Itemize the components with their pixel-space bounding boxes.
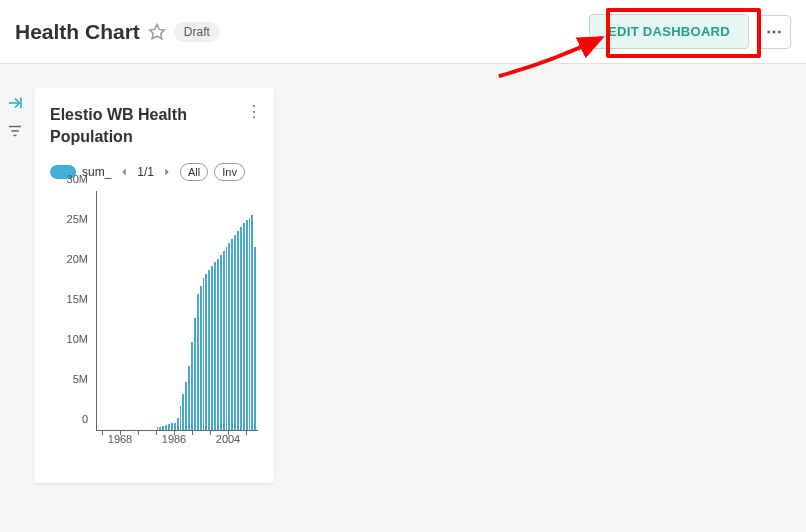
bar	[217, 259, 219, 430]
bar	[240, 227, 242, 430]
bar	[205, 274, 207, 429]
bar	[208, 270, 210, 429]
y-tick: 30M	[67, 173, 88, 185]
y-tick: 25M	[67, 213, 88, 225]
more-menu-button[interactable]: ⋯	[757, 15, 791, 49]
bar	[171, 423, 173, 429]
bar	[185, 382, 187, 430]
chart-card: Elestio WB Health Population ⋮ sum_ 1/1 …	[34, 88, 274, 483]
bar	[246, 220, 248, 430]
bar	[200, 286, 202, 429]
bar	[226, 247, 228, 430]
bar	[182, 394, 184, 430]
bar	[157, 427, 159, 429]
side-rail	[0, 64, 30, 532]
bar	[159, 427, 161, 430]
bar	[180, 406, 182, 430]
draft-badge: Draft	[174, 22, 220, 42]
chart-menu-icon[interactable]: ⋮	[246, 102, 262, 121]
bar	[188, 366, 190, 430]
bar	[231, 239, 233, 430]
bar	[168, 424, 170, 430]
bar	[177, 418, 179, 430]
bar	[234, 235, 236, 430]
page-indicator: 1/1	[137, 165, 154, 179]
y-tick: 0	[82, 413, 88, 425]
edit-dashboard-button[interactable]: EDIT DASHBOARD	[589, 14, 749, 49]
bar	[162, 426, 164, 430]
svg-marker-0	[149, 24, 164, 38]
bar	[254, 247, 256, 430]
bar	[214, 262, 216, 429]
all-pill[interactable]: All	[180, 163, 208, 181]
bars-group	[99, 191, 256, 430]
chart-plot: 05M10M15M20M25M30M 196819862004	[50, 191, 258, 451]
bar	[220, 255, 222, 430]
header: Health Chart Draft EDIT DASHBOARD ⋯	[0, 0, 806, 64]
star-icon[interactable]	[148, 23, 166, 41]
plot-area	[96, 191, 258, 431]
bar	[197, 294, 199, 429]
bar	[243, 223, 245, 430]
bar	[237, 231, 239, 430]
bar	[251, 215, 253, 429]
bar	[203, 278, 205, 429]
dashboard-canvas: Elestio WB Health Population ⋮ sum_ 1/1 …	[0, 64, 806, 532]
chart-title: Elestio WB Health Population	[50, 104, 258, 149]
inv-pill[interactable]: Inv	[214, 163, 245, 181]
bar	[191, 342, 193, 430]
y-tick: 5M	[73, 373, 88, 385]
bar	[223, 251, 225, 430]
bar	[194, 318, 196, 430]
page-title: Health Chart	[15, 20, 140, 44]
bar	[249, 218, 251, 430]
filter-icon[interactable]	[6, 122, 24, 140]
x-axis: 196819862004	[96, 431, 258, 451]
y-tick: 10M	[67, 333, 88, 345]
next-page-icon[interactable]	[160, 165, 174, 179]
y-tick: 15M	[67, 293, 88, 305]
y-axis: 05M10M15M20M25M30M	[50, 191, 92, 431]
bar	[174, 423, 176, 430]
y-tick: 20M	[67, 253, 88, 265]
prev-page-icon[interactable]	[117, 165, 131, 179]
bar	[165, 425, 167, 430]
expand-panel-icon[interactable]	[6, 94, 24, 112]
bar	[211, 266, 213, 429]
bar	[228, 243, 230, 430]
